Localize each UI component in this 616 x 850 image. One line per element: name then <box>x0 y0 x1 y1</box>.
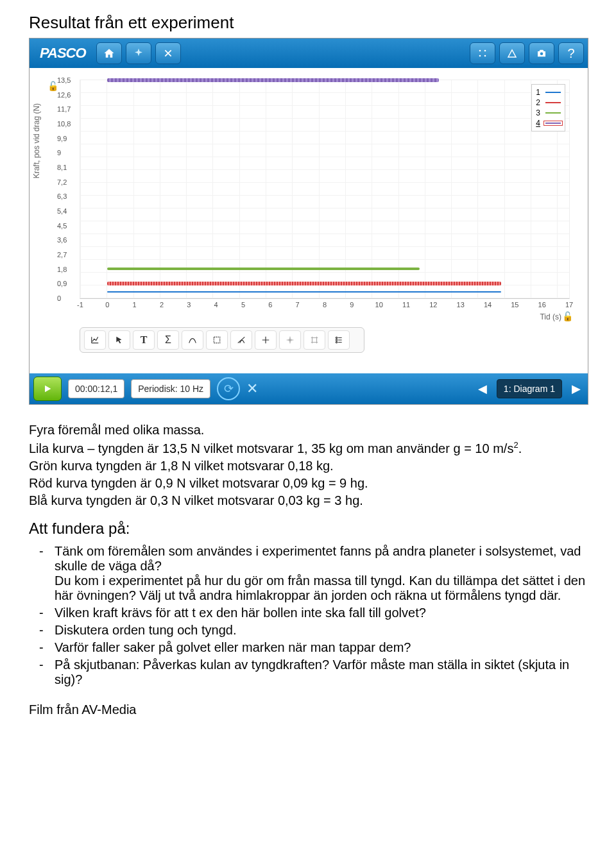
display-button[interactable] <box>470 42 495 64</box>
text-tool[interactable]: T <box>133 330 155 350</box>
pasco-logo: PASCO <box>33 45 92 62</box>
x-axis-label: Tid (s) <box>540 312 561 321</box>
y-tick: 13,5 <box>57 76 71 84</box>
svg-point-3 <box>484 55 486 57</box>
question-2: Vilken kraft krävs för att t ex den här … <box>55 604 587 622</box>
y-tick: 5,4 <box>57 207 67 215</box>
legend-item-2[interactable]: 2 <box>536 98 561 108</box>
y-tick: 9,9 <box>57 135 67 142</box>
time-display: 00:00:12,1 <box>68 379 124 398</box>
app-toolbar: PASCO ? <box>30 38 588 68</box>
fit-tool[interactable] <box>182 330 203 350</box>
y-tick: 0,9 <box>57 280 67 287</box>
series-2[interactable] <box>107 282 501 285</box>
svg-point-9 <box>336 341 337 343</box>
y-tick: 8,1 <box>57 164 67 171</box>
display-selector[interactable]: 1: Diagram 1 <box>497 379 562 398</box>
cursor-tool[interactable] <box>108 330 130 350</box>
pasco-app-window: PASCO ? 🔓 Kraft, pos vid drag (N) 1 <box>29 38 588 405</box>
x-tick: 4 <box>214 301 218 309</box>
y-tick: 1,8 <box>57 266 67 273</box>
coord-tool[interactable] <box>255 330 277 350</box>
y-tick: 3,6 <box>57 236 67 244</box>
options-tool[interactable] <box>328 330 350 350</box>
next-display-button[interactable]: ▶ <box>569 382 584 396</box>
home-icon <box>103 47 115 59</box>
svg-rect-5 <box>214 337 219 343</box>
graph-mode-tool[interactable] <box>84 330 106 350</box>
footer-note: Film från AV-Media <box>29 702 587 717</box>
axes-tool[interactable] <box>304 330 325 350</box>
sigma-tool[interactable]: Σ <box>157 330 179 350</box>
y-tick: 2,7 <box>57 251 67 259</box>
legend-item-3[interactable]: 3 <box>536 108 561 118</box>
question-5: På skjutbanan: Påverkas kulan av tyngdkr… <box>55 656 587 688</box>
y-axis-label: Kraft, pos vid drag (N) <box>32 103 41 178</box>
select-tool[interactable] <box>206 330 228 350</box>
y-tick: 4,5 <box>57 222 67 230</box>
lock-icon-x[interactable]: 🔓 <box>562 311 573 321</box>
x-tick: 10 <box>375 301 383 309</box>
question-1: Tänk om föremålen som användes i experim… <box>55 543 587 604</box>
chart-tool-tray: T Σ <box>80 327 364 353</box>
wrench-button[interactable]: ✕ <box>246 380 258 397</box>
series-1[interactable] <box>107 291 501 293</box>
chart-area: 🔓 Kraft, pos vid drag (N) 1 2 3 4 Tid (s… <box>30 68 588 364</box>
x-tick: 14 <box>484 301 492 309</box>
x-tick: 6 <box>268 301 272 309</box>
x-tick: 12 <box>429 301 437 309</box>
x-tick: 2 <box>160 301 164 309</box>
question-icon: ? <box>567 46 574 61</box>
ruler-button[interactable] <box>499 42 525 64</box>
y-tick: 11,7 <box>57 105 71 113</box>
refresh-button[interactable]: ⟳ <box>217 377 240 400</box>
close-button[interactable] <box>155 42 181 64</box>
camera-icon <box>536 47 547 59</box>
settings-button[interactable] <box>126 42 151 64</box>
triangle-icon <box>506 47 518 59</box>
blue-line: Blå kurva tyngden är 0,3 N vilket motsva… <box>29 493 587 508</box>
x-tick: -1 <box>77 301 83 309</box>
crosshair2-tool[interactable] <box>279 330 301 350</box>
x-tick: 7 <box>296 301 300 309</box>
close-icon <box>164 49 173 58</box>
y-tick: 6,3 <box>57 192 67 200</box>
purple-line: Lila kurva – tyngden är 13,5 N vilket mo… <box>29 440 587 456</box>
svg-point-2 <box>479 55 481 57</box>
series-3[interactable] <box>107 268 420 270</box>
green-line: Grön kurva tyngden är 1,8 N vilket motsv… <box>29 459 587 473</box>
svg-point-4 <box>540 53 543 56</box>
x-tick: 17 <box>565 301 573 309</box>
x-tick: 16 <box>538 301 546 309</box>
play-button[interactable] <box>33 377 62 401</box>
svg-point-7 <box>336 337 337 338</box>
camera-button[interactable] <box>529 42 554 64</box>
x-tick: 3 <box>187 301 191 309</box>
help-button[interactable]: ? <box>558 42 584 64</box>
page-title: Resultat från ett experiment <box>29 13 587 33</box>
playback-bar: 00:00:12,1 Periodisk: 10 Hz ⟳ ✕ ◀ 1: Dia… <box>30 373 588 404</box>
question-list: Tänk om föremålen som användes i experim… <box>29 543 587 688</box>
prev-display-button[interactable]: ◀ <box>475 382 490 396</box>
x-tick: 0 <box>105 301 109 309</box>
y-tick: 12,6 <box>57 91 71 99</box>
x-tick: 15 <box>511 301 518 309</box>
svg-point-8 <box>336 339 337 341</box>
rate-display[interactable]: Periodisk: 10 Hz <box>131 379 210 398</box>
legend-item-4[interactable]: 4 <box>536 118 561 128</box>
y-tick: 10,8 <box>57 120 71 128</box>
y-tick: 7,2 <box>57 178 67 186</box>
chart-canvas[interactable]: 1 2 3 4 Tid (s) 🔓 00,91,82,73,64,55,46,3… <box>80 80 570 299</box>
home-button[interactable] <box>96 42 122 64</box>
series-4[interactable] <box>107 78 438 82</box>
y-tick: 9 <box>57 149 61 157</box>
think-heading: Att fundera på: <box>29 520 587 538</box>
legend-item-1[interactable]: 1 <box>536 87 561 98</box>
sparkle-icon <box>133 47 144 59</box>
question-3: Diskutera orden tung och tyngd. <box>55 622 587 639</box>
tangent-tool[interactable] <box>230 330 252 350</box>
x-tick: 8 <box>323 301 327 309</box>
intro-line: Fyra föremål med olika massa. <box>29 423 587 438</box>
red-line: Röd kurva tyngden är 0,9 N vilket motsva… <box>29 476 587 491</box>
x-tick: 1 <box>133 301 137 309</box>
